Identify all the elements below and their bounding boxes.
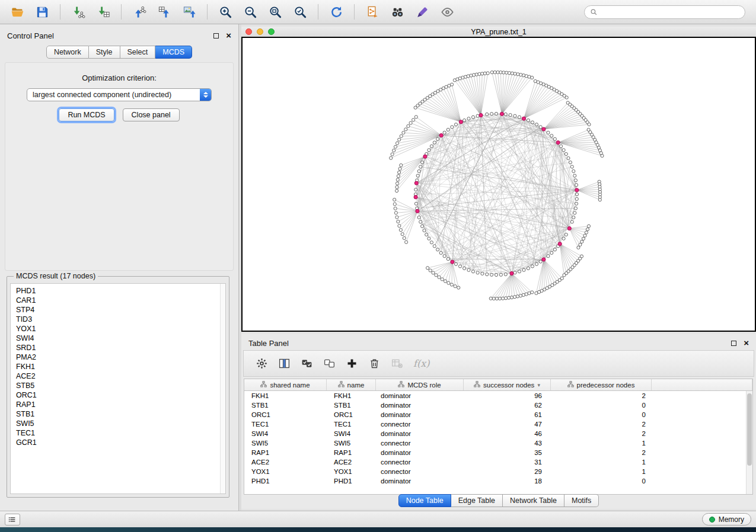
column-header-shared-name[interactable]: shared name xyxy=(244,379,327,390)
import-network-button[interactable] xyxy=(67,2,90,21)
show-hide-details-button[interactable] xyxy=(436,2,458,21)
table-row[interactable]: ORC1ORC1dominator610 xyxy=(244,410,746,419)
cell-successors: 18 xyxy=(464,476,551,486)
column-header-successor-nodes[interactable]: successor nodes▾ xyxy=(464,379,551,390)
first-neighbors-button[interactable] xyxy=(386,2,409,21)
mcds-result-item[interactable]: STP4 xyxy=(11,305,225,315)
close-table-panel-icon[interactable]: × xyxy=(744,340,749,346)
tab-node-table[interactable]: Node Table xyxy=(398,494,451,507)
cell-successors: 43 xyxy=(464,438,551,448)
table-row[interactable]: TEC1TEC1connector472 xyxy=(244,419,746,429)
save-session-button[interactable] xyxy=(31,2,53,21)
import-table-button[interactable] xyxy=(92,2,114,21)
tab-network-table[interactable]: Network Table xyxy=(503,494,564,507)
mcds-result-item[interactable]: FKH1 xyxy=(11,362,225,371)
apply-layout-button[interactable] xyxy=(325,2,347,21)
network-graph[interactable] xyxy=(243,38,755,331)
import-network-icon xyxy=(72,5,85,19)
float-table-panel-icon[interactable] xyxy=(731,341,736,346)
zoom-in-icon xyxy=(219,5,232,19)
application-window: Control Panel × NetworkStyleSelectMCDS O… xyxy=(0,0,756,532)
column-header-mcds-role[interactable]: MCDS role xyxy=(376,379,464,390)
float-panel-icon[interactable] xyxy=(213,33,219,39)
optimization-criterion-select[interactable]: largest connected component (undirected) xyxy=(27,88,212,101)
cell-predecessors: 2 xyxy=(551,419,652,429)
tab-edge-table[interactable]: Edge Table xyxy=(451,494,503,507)
mcds-result-item[interactable]: ORC1 xyxy=(11,390,225,400)
table-row[interactable]: STB1STB1dominator620 xyxy=(244,400,746,410)
panel-menu-button[interactable] xyxy=(5,514,20,525)
table-row[interactable]: YOX1YOX1connector291 xyxy=(244,467,746,476)
table-row[interactable]: SWI5SWI5connector431 xyxy=(244,438,746,448)
zoom-selected-button[interactable] xyxy=(289,2,311,21)
close-panel-icon[interactable]: × xyxy=(226,33,231,39)
zoom-in-button[interactable] xyxy=(214,2,237,21)
export-image-button[interactable] xyxy=(178,2,200,21)
control-panel-title: Control Panel xyxy=(7,31,54,40)
table-row[interactable]: ACE2ACE2connector311 xyxy=(244,457,746,467)
search-input[interactable] xyxy=(601,8,739,16)
table-mode-button[interactable] xyxy=(252,354,271,373)
close-panel-button[interactable]: Close panel xyxy=(123,108,180,121)
mcds-result-item[interactable]: SRD1 xyxy=(11,343,225,352)
cell-role: connector xyxy=(376,419,464,429)
mcds-result-item[interactable]: YOX1 xyxy=(11,324,225,334)
cell-successors: 31 xyxy=(464,457,551,467)
mcds-result-item[interactable]: ACE2 xyxy=(11,371,225,381)
mcds-result-item[interactable]: TEC1 xyxy=(11,428,225,438)
mcds-result-item[interactable]: RAP1 xyxy=(11,400,225,409)
cell-name: PHD1 xyxy=(327,476,376,486)
network-canvas[interactable] xyxy=(241,37,756,332)
mcds-result-item[interactable]: PMA2 xyxy=(11,352,225,362)
mcds-result-item[interactable]: SWI5 xyxy=(11,419,225,428)
cell-shared_name: STB1 xyxy=(244,400,327,410)
column-header-name[interactable]: name xyxy=(327,379,376,390)
mcds-result-item[interactable]: CAR1 xyxy=(11,296,225,305)
select-all-button[interactable] xyxy=(297,354,316,373)
export-network-button[interactable] xyxy=(128,2,151,21)
cell-role: connector xyxy=(376,438,464,448)
table-row[interactable]: RAP1RAP1dominator352 xyxy=(244,448,746,457)
mcds-result-item[interactable]: STB5 xyxy=(11,381,225,390)
mcds-result-item[interactable]: TID3 xyxy=(11,315,225,324)
selected-option: largest connected component (undirected) xyxy=(27,91,200,99)
tab-style[interactable]: Style xyxy=(89,46,120,59)
table-scrollbar[interactable] xyxy=(746,391,752,494)
run-mcds-button[interactable]: Run MCDS xyxy=(59,108,114,121)
tab-mcds[interactable]: MCDS xyxy=(155,46,192,59)
delete-column-button[interactable] xyxy=(365,354,384,373)
mcds-result-item[interactable]: STB1 xyxy=(11,409,225,419)
mcds-result-item[interactable]: PHD1 xyxy=(11,286,225,296)
table-header-row: shared namenameMCDS rolesuccessor nodes▾… xyxy=(244,379,752,391)
apply-layout-icon xyxy=(330,5,343,19)
tab-motifs[interactable]: Motifs xyxy=(564,494,599,507)
table-mode-icon xyxy=(256,357,268,370)
export-network-icon xyxy=(133,5,146,19)
add-column-button[interactable] xyxy=(342,354,361,373)
show-columns-button[interactable] xyxy=(275,354,294,373)
mcds-result-item[interactable]: SWI4 xyxy=(11,334,225,343)
mcds-list-scrollbar[interactable] xyxy=(220,284,225,493)
cell-name: ORC1 xyxy=(327,410,376,419)
graphics-details-button[interactable] xyxy=(411,2,433,21)
tab-select[interactable]: Select xyxy=(120,46,156,59)
table-row[interactable]: FKH1FKH1dominator962 xyxy=(244,391,746,400)
zoom-out-icon xyxy=(244,5,257,19)
share-document-button[interactable] xyxy=(361,2,384,21)
deselect-all-button[interactable] xyxy=(320,354,339,373)
zoom-out-button[interactable] xyxy=(239,2,261,21)
search-box[interactable] xyxy=(584,5,745,19)
memory-button[interactable]: Memory xyxy=(702,513,751,525)
column-header-predecessor-nodes[interactable]: predecessor nodes xyxy=(551,379,652,390)
mcds-result-item[interactable]: GCR1 xyxy=(11,438,225,447)
toolbar-separator xyxy=(207,4,208,20)
table-row[interactable]: SWI4SWI4dominator462 xyxy=(244,429,746,438)
table-row[interactable]: PHD1PHD1dominator180 xyxy=(244,476,746,486)
table-scrollbar-thumb[interactable] xyxy=(747,393,752,466)
open-file-button[interactable] xyxy=(6,2,28,21)
zoom-selected-icon xyxy=(294,5,307,19)
tab-network[interactable]: Network xyxy=(46,46,89,59)
cell-predecessors: 2 xyxy=(551,448,652,457)
zoom-fit-button[interactable] xyxy=(264,2,286,21)
export-table-button[interactable] xyxy=(153,2,176,21)
